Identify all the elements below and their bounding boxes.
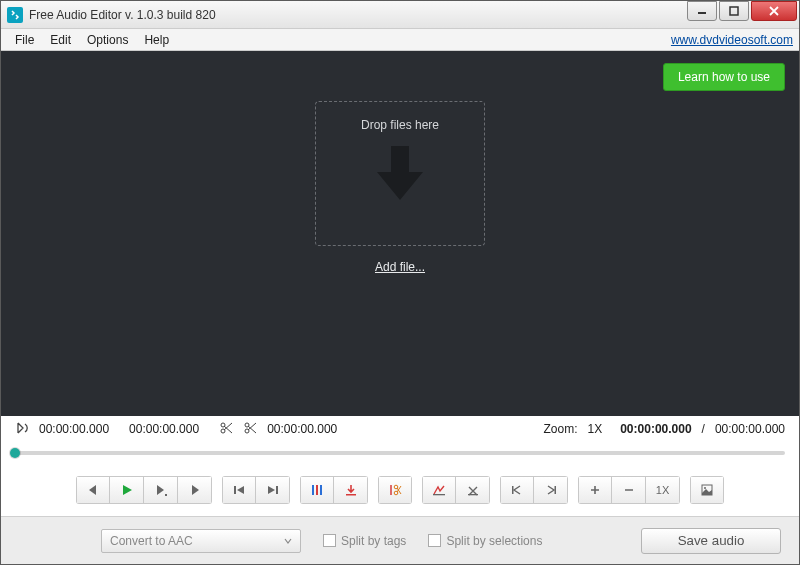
import-marker-button[interactable]: [334, 476, 368, 504]
duration-time: 00:00:00.000: [715, 422, 785, 436]
menu-options[interactable]: Options: [79, 31, 136, 49]
drop-zone[interactable]: Drop files here: [315, 101, 485, 246]
bottom-bar: Convert to AAC Split by tags Split by se…: [1, 516, 799, 564]
format-selected: Convert to AAC: [110, 534, 193, 548]
add-file-link[interactable]: Add file...: [375, 260, 425, 274]
cut-range-time: 00:00:00.000: [267, 422, 337, 436]
markers-button[interactable]: [300, 476, 334, 504]
zoom-in-button[interactable]: [578, 476, 612, 504]
down-arrow-icon: [373, 142, 427, 209]
seek-slider-row: [1, 442, 799, 464]
close-button[interactable]: [751, 1, 797, 21]
menu-file[interactable]: File: [7, 31, 42, 49]
svg-rect-1: [730, 7, 738, 15]
seek-knob[interactable]: [10, 448, 20, 458]
svg-rect-11: [320, 485, 322, 495]
work-area: Learn how to use Drop files here Add fil…: [1, 51, 799, 416]
selection-end-time: 00:00:00.000: [129, 422, 199, 436]
svg-rect-15: [433, 494, 445, 495]
playhead-time: 00:00:00.000: [620, 422, 691, 436]
svg-rect-16: [468, 494, 478, 495]
split-by-tags-checkbox[interactable]: Split by tags: [323, 534, 406, 548]
play-selection-button[interactable]: [144, 476, 178, 504]
svg-point-20: [704, 487, 706, 489]
save-audio-button[interactable]: Save audio: [641, 528, 781, 554]
learn-how-to-use-button[interactable]: Learn how to use: [663, 63, 785, 91]
maximize-button[interactable]: [719, 1, 749, 21]
cover-art-button[interactable]: [690, 476, 724, 504]
svg-rect-0: [698, 12, 706, 14]
split-by-selections-label: Split by selections: [446, 534, 542, 548]
scissor-right-icon: [243, 421, 257, 438]
menubar: File Edit Options Help www.dvdvideosoft.…: [1, 29, 799, 51]
zoom-value: 1X: [588, 422, 603, 436]
trim-outside-button[interactable]: [422, 476, 456, 504]
website-link[interactable]: www.dvdvideosoft.com: [671, 33, 793, 47]
app-window: Free Audio Editor v. 1.0.3 build 820 Fil…: [0, 0, 800, 565]
chevron-down-icon: [284, 534, 292, 548]
zoom-reset-button[interactable]: 1X: [646, 476, 680, 504]
svg-rect-7: [234, 486, 236, 494]
svg-rect-18: [554, 486, 556, 494]
svg-rect-9: [312, 485, 314, 495]
cut-selection-button[interactable]: [378, 476, 412, 504]
minimize-button[interactable]: [687, 1, 717, 21]
step-back-button[interactable]: [76, 476, 110, 504]
checkbox-icon: [428, 534, 441, 547]
drop-zone-label: Drop files here: [361, 118, 439, 132]
skip-start-button[interactable]: [222, 476, 256, 504]
zoom-out-button[interactable]: [612, 476, 646, 504]
selection-to-start-button[interactable]: [500, 476, 534, 504]
window-title: Free Audio Editor v. 1.0.3 build 820: [29, 8, 687, 22]
time-info-bar: 00:00:00.000 00:00:00.000 00:00:00.000 Z…: [1, 416, 799, 442]
svg-rect-8: [276, 486, 278, 494]
play-button[interactable]: [110, 476, 144, 504]
delete-selection-button[interactable]: [456, 476, 490, 504]
zoom-label: Zoom:: [543, 422, 577, 436]
split-by-tags-label: Split by tags: [341, 534, 406, 548]
menu-edit[interactable]: Edit: [42, 31, 79, 49]
svg-rect-10: [316, 485, 318, 495]
seek-slider[interactable]: [15, 451, 785, 455]
time-separator: /: [702, 422, 705, 436]
titlebar: Free Audio Editor v. 1.0.3 build 820: [1, 1, 799, 29]
window-controls: [687, 1, 799, 28]
toolbar: 1X: [1, 464, 799, 516]
app-icon: [7, 7, 23, 23]
selection-start-icon: [15, 421, 29, 438]
format-dropdown[interactable]: Convert to AAC: [101, 529, 301, 553]
svg-rect-12: [346, 494, 356, 496]
scissor-left-icon: [219, 421, 233, 438]
svg-rect-6: [165, 494, 167, 496]
selection-to-end-button[interactable]: [534, 476, 568, 504]
menu-help[interactable]: Help: [136, 31, 177, 49]
checkbox-icon: [323, 534, 336, 547]
selection-start-time: 00:00:00.000: [39, 422, 109, 436]
split-by-selections-checkbox[interactable]: Split by selections: [428, 534, 542, 548]
skip-end-button[interactable]: [256, 476, 290, 504]
step-forward-button[interactable]: [178, 476, 212, 504]
